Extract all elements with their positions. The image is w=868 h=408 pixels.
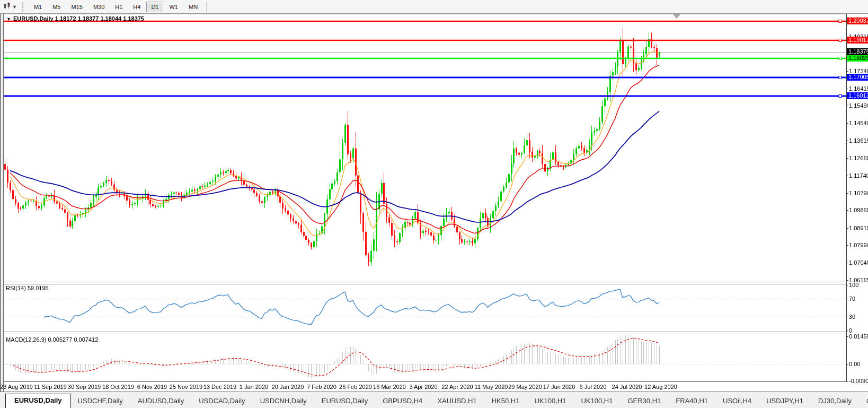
rsi-tick-label: 30 <box>849 314 855 320</box>
price-level-tag: 1.16013 <box>847 92 868 99</box>
chart-tab-gbpusd-h4[interactable]: GBPUSD,H4 <box>376 395 429 408</box>
chart-title: ▼EURUSD,Daily 1.18172 1.18377 1.18044 1.… <box>6 15 144 22</box>
rsi-tick-mark <box>847 285 848 285</box>
price-level-tag: 1.17005 <box>847 74 868 81</box>
timeframe-button-mn[interactable]: MN <box>184 2 202 12</box>
date-tick-label: 3 Apr 2020 <box>409 384 437 390</box>
current-price-tag: 1.18375 <box>847 48 868 55</box>
date-tick-label: 11 May 2020 <box>475 384 508 390</box>
chart-tab-audusd-daily[interactable]: AUDUSD,Daily <box>131 395 191 408</box>
chart-tab-china300-h1[interactable]: CHINA300,H1 <box>860 395 868 408</box>
macd-tick-label: 0.00 <box>849 361 860 367</box>
chart-tab-fra40-h1[interactable]: FRA40,H1 <box>669 395 715 408</box>
date-tick-label: 18 Oct 2019 <box>102 384 134 390</box>
chart-tab-uk100-h1[interactable]: UK100,H1 <box>574 395 619 408</box>
date-tick-label: 12 Aug 2020 <box>644 384 677 390</box>
price-level-tag: 1.20037 <box>847 18 868 24</box>
trading-platform-window: ▼ M1M5M15M30H1H4D1W1MN ▼EURUSD,Daily 1.1… <box>0 0 868 408</box>
price-tick-label: 1.07040 <box>849 259 868 266</box>
price-level-tag: 1.18025 <box>847 55 868 62</box>
candlestick-chart-icon <box>3 2 11 12</box>
macd-tick-mark <box>847 381 848 381</box>
chart-tab-xauusd-h1[interactable]: XAUUSD,H1 <box>430 395 483 408</box>
price-axis[interactable]: 1.192151.182901.173401.164151.154901.145… <box>846 14 868 382</box>
chart-tab-eurusd-daily[interactable]: EURUSD,Daily <box>315 395 375 408</box>
timeframe-button-h1[interactable]: H1 <box>110 2 127 12</box>
price-tick-label: 1.14540 <box>849 120 868 126</box>
date-tick-label: 24 Jul 2020 <box>612 384 642 390</box>
price-tick-mark <box>847 71 848 72</box>
timeframe-button-d1[interactable]: D1 <box>146 2 163 12</box>
date-tick-label: 6 Nov 2019 <box>137 384 167 390</box>
timeframe-button-h4[interactable]: H4 <box>128 2 145 12</box>
panel-separator-main-rsi[interactable] <box>4 282 846 284</box>
date-tick-label: 1 Jan 2020 <box>240 384 268 390</box>
date-tick-label: 25 Nov 2019 <box>170 384 202 390</box>
price-level-tag: 1.19017 <box>847 37 868 44</box>
chart-title-text: EURUSD,Daily 1.18172 1.18377 1.18044 1.1… <box>13 15 144 22</box>
chart-tab-bar: EURUSD,DailyUSDCHF,DailyAUDUSD,DailyUSDC… <box>0 392 868 408</box>
date-tick-label: 13 Dec 2019 <box>203 384 236 390</box>
chart-tab-hk50-h1[interactable]: HK50,H1 <box>485 395 527 408</box>
price-tick-label: 1.09865 <box>849 207 868 213</box>
date-tick-label: 29 May 2020 <box>508 384 542 390</box>
price-tick-mark <box>847 176 848 176</box>
price-tick-label: 1.11740 <box>849 172 868 179</box>
chart-tab-usdcad-daily[interactable]: USDCAD,Daily <box>192 395 252 408</box>
price-tick-label: 1.07990 <box>849 242 868 248</box>
macd-indicator-label: MACD(12,26,9) 0.005277 0.007412 <box>6 336 98 343</box>
chart-tab-dj30-daily[interactable]: DJ30,Daily <box>811 395 858 408</box>
price-tick-mark <box>847 263 848 263</box>
chart-menu-icon[interactable]: ▼ <box>6 16 11 22</box>
toolbar-grip[interactable] <box>22 2 24 12</box>
panel-separator-rsi-macd[interactable] <box>4 332 846 334</box>
timeframe-button-m30[interactable]: M30 <box>88 2 109 12</box>
chart-tab-uk100-h1[interactable]: UK100,H1 <box>527 395 573 408</box>
price-tick-mark <box>847 158 848 159</box>
rsi-tick-label: 0 <box>849 327 852 334</box>
timeframe-button-w1[interactable]: W1 <box>164 2 183 12</box>
price-tick-mark <box>847 89 848 89</box>
price-tick-mark <box>847 210 848 211</box>
rsi-tick-mark <box>847 317 848 317</box>
date-tick-label: 22 Apr 2020 <box>441 384 473 390</box>
date-tick-label: 26 Feb 2020 <box>339 384 372 390</box>
chart-tab-usdcnh-daily[interactable]: USDCNH,Daily <box>253 395 314 408</box>
chart-tab-usoil-h4[interactable]: USOil,H4 <box>716 395 758 408</box>
timeframe-button-m1[interactable]: M1 <box>29 2 47 12</box>
chart-tab-eurusd-daily[interactable]: EURUSD,Daily <box>5 394 71 408</box>
date-tick-label: 23 Aug 2019 <box>0 384 33 390</box>
date-axis[interactable]: 23 Aug 201911 Sep 201930 Sep 201918 Oct … <box>4 382 846 392</box>
macd-tick-label: 0.014556 <box>849 333 868 340</box>
price-tick-label: 1.16415 <box>849 85 868 92</box>
window-left-edge <box>0 14 4 392</box>
price-tick-mark <box>847 193 848 194</box>
rsi-tick-label: 70 <box>849 296 855 302</box>
price-tick-mark <box>847 141 848 141</box>
price-tick-label: 1.15490 <box>849 102 868 109</box>
chart-tab-usdjpy-h1[interactable]: USDJPY,H1 <box>759 395 810 408</box>
chart-shift-marker-icon[interactable] <box>673 14 680 19</box>
timeframe-button-m15[interactable]: M15 <box>66 2 87 12</box>
price-tick-mark <box>847 245 848 246</box>
rsi-tick-mark <box>847 299 848 299</box>
timeframe-button-m5[interactable]: M5 <box>48 2 65 12</box>
date-tick-label: 20 Jan 2020 <box>272 384 304 390</box>
price-tick-mark <box>847 228 848 229</box>
macd-tick-mark <box>847 336 848 337</box>
rsi-tick-label: 100 <box>849 282 858 288</box>
charts-dropdown-button[interactable]: ▼ <box>2 1 19 13</box>
date-tick-label: 11 Sep 2019 <box>34 384 67 390</box>
date-tick-label: 7 Feb 2020 <box>307 384 336 390</box>
chart-tab-ger30-h1[interactable]: GER30,H1 <box>621 395 668 408</box>
macd-tick-label: -0.00900 <box>849 378 868 384</box>
chart-tab-usdchf-daily[interactable]: USDCHF,Daily <box>71 395 130 408</box>
price-tick-label: 1.10790 <box>849 190 868 196</box>
chevron-down-icon: ▼ <box>12 4 17 10</box>
price-tick-label: 1.12665 <box>849 155 868 161</box>
date-tick-label: 6 Jul 2020 <box>580 384 607 390</box>
price-chart-canvas[interactable] <box>4 14 846 382</box>
rsi-tick-mark <box>847 331 848 331</box>
price-tick-mark <box>847 123 848 124</box>
date-tick-label: 16 Mar 2020 <box>373 384 406 390</box>
